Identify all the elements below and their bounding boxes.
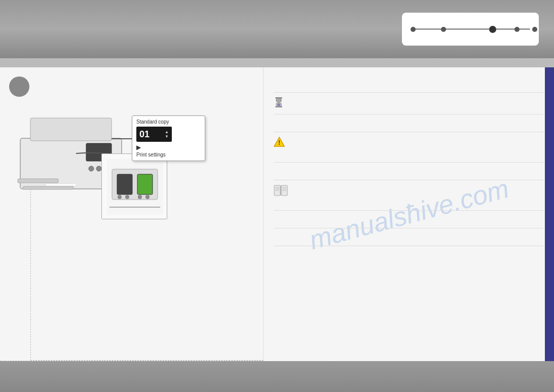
- content-row-5: [274, 163, 544, 180]
- warning-icon: !: [274, 136, 285, 147]
- svg-point-6: [96, 166, 101, 171]
- svg-point-16: [145, 195, 150, 199]
- lcd-number-display: 01 ▲ ▼: [136, 127, 172, 142]
- progress-dot-5: [532, 27, 537, 32]
- progress-box: [402, 13, 539, 46]
- right-panel: manualsħive.com: [264, 67, 554, 361]
- connector-line: [112, 138, 134, 139]
- content-row-7: [274, 211, 544, 228]
- mid-bar: [0, 58, 554, 67]
- book-icon: [274, 184, 288, 197]
- row-7-text: [274, 217, 275, 223]
- svg-rect-11: [117, 174, 132, 194]
- content-row-4: !: [274, 132, 544, 163]
- content-row-3: [274, 114, 544, 132]
- progress-dot-2: [441, 27, 446, 32]
- svg-rect-3: [23, 186, 73, 189]
- content-row-8: [274, 228, 544, 246]
- svg-point-15: [138, 195, 142, 199]
- row-3-text: [274, 121, 275, 127]
- svg-text:!: !: [278, 139, 280, 146]
- bottom-bar: [0, 361, 554, 392]
- progress-dot-3: [489, 26, 496, 33]
- row-1-text: [274, 82, 275, 87]
- lcd-arrows: ▲ ▼: [165, 130, 169, 139]
- lcd-popup: Standard copy 01 ▲ ▼ ▶ Print settings: [132, 115, 205, 161]
- printer-small-zoomed: [101, 153, 167, 219]
- svg-rect-12: [137, 174, 153, 194]
- hourglass-icon: [274, 97, 284, 108]
- content-row-2: [274, 93, 544, 114]
- lcd-up-arrow: ▲: [165, 130, 169, 134]
- svg-rect-2: [18, 179, 58, 183]
- lcd-play-icon: ▶: [136, 144, 201, 151]
- lcd-down-arrow: ▼: [165, 134, 169, 139]
- content-row-1: [274, 75, 544, 93]
- content-row-6: [274, 180, 544, 211]
- progress-dot-4: [514, 27, 520, 32]
- lcd-settings-label: Print settings: [136, 152, 201, 158]
- svg-rect-1: [30, 118, 112, 141]
- right-sidebar-tab: [545, 67, 554, 361]
- printer-illustration-area: Standard copy 01 ▲ ▼ ▶ Print settings: [15, 93, 177, 250]
- svg-point-5: [89, 166, 94, 171]
- row-5-text: [274, 169, 275, 175]
- lcd-number-value: 01: [139, 129, 150, 140]
- main-content: Standard copy 01 ▲ ▼ ▶ Print settings ma…: [0, 67, 554, 361]
- svg-rect-20: [277, 104, 280, 106]
- svg-rect-8: [46, 184, 76, 186]
- lcd-title: Standard copy: [136, 119, 201, 125]
- left-panel: Standard copy 01 ▲ ▼ ▶ Print settings: [0, 67, 264, 361]
- svg-point-14: [125, 195, 129, 199]
- progress-dot-1: [411, 27, 416, 32]
- svg-point-13: [118, 195, 122, 199]
- top-bar: [0, 0, 554, 58]
- progress-track: [411, 28, 530, 30]
- dashed-bottom-border: [30, 360, 263, 361]
- row-8-text: [274, 235, 275, 241]
